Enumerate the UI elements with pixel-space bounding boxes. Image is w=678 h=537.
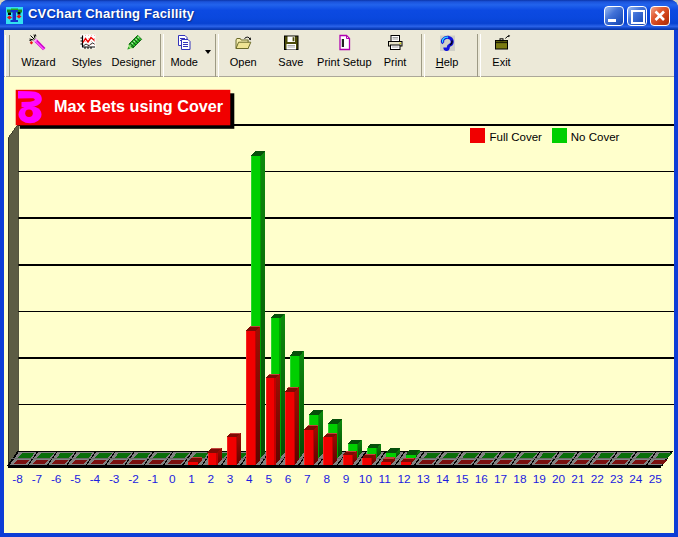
svg-text:-8: -8 xyxy=(12,472,23,486)
svg-text:-5: -5 xyxy=(70,472,81,486)
svg-text:23: 23 xyxy=(610,472,624,486)
svg-text:19: 19 xyxy=(533,472,546,486)
svg-text:21: 21 xyxy=(571,472,584,486)
svg-text:-7: -7 xyxy=(32,472,43,486)
svg-text:0: 0 xyxy=(169,472,176,486)
svg-text:16: 16 xyxy=(475,472,489,486)
svg-text:No Cover: No Cover xyxy=(571,131,620,143)
svg-text:6: 6 xyxy=(285,472,292,486)
svg-text:8: 8 xyxy=(323,472,330,486)
svg-text:10: 10 xyxy=(359,472,373,486)
svg-text:-3: -3 xyxy=(109,472,120,486)
svg-text:24: 24 xyxy=(629,472,643,486)
svg-text:17: 17 xyxy=(494,472,507,486)
svg-text:Max Bets using Cover: Max Bets using Cover xyxy=(54,97,224,115)
svg-text:22: 22 xyxy=(591,472,604,486)
svg-text:Full Cover: Full Cover xyxy=(490,131,543,143)
svg-text:3: 3 xyxy=(227,472,234,486)
svg-text:-1: -1 xyxy=(148,472,159,486)
svg-text:-4: -4 xyxy=(90,472,101,486)
svg-text:4: 4 xyxy=(246,472,253,486)
svg-text:7: 7 xyxy=(304,472,311,486)
svg-text:18: 18 xyxy=(513,472,527,486)
svg-text:2: 2 xyxy=(208,472,215,486)
svg-text:5: 5 xyxy=(266,472,273,486)
svg-text:1: 1 xyxy=(188,472,195,486)
svg-text:20: 20 xyxy=(552,472,566,486)
svg-text:9: 9 xyxy=(343,472,350,486)
svg-text:12: 12 xyxy=(397,472,410,486)
svg-text:-6: -6 xyxy=(51,472,62,486)
svg-text:-2: -2 xyxy=(128,472,139,486)
svg-text:25: 25 xyxy=(649,472,663,486)
svg-text:13: 13 xyxy=(417,472,431,486)
svg-text:14: 14 xyxy=(436,472,450,486)
svg-text:11: 11 xyxy=(379,472,391,486)
svg-text:15: 15 xyxy=(455,472,469,486)
